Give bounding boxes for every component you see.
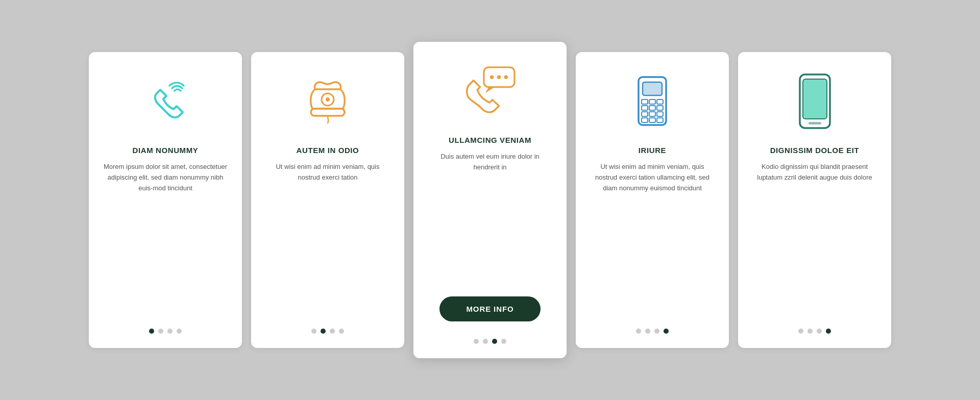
card-4: IRIURE Ut wisi enim ad minim veniam, qui… bbox=[576, 52, 729, 348]
dot bbox=[149, 329, 154, 334]
dot bbox=[483, 339, 488, 344]
card-3: ULLAMCING VENIAM Duis autem vel eum iriu… bbox=[413, 42, 567, 358]
card-5-title: DIGNISSIM DOLOE EIT bbox=[770, 146, 860, 155]
svg-rect-20 bbox=[649, 118, 655, 122]
dot bbox=[177, 329, 182, 334]
dot bbox=[474, 339, 479, 344]
dot bbox=[158, 329, 163, 334]
dot bbox=[807, 329, 813, 334]
dot bbox=[826, 329, 831, 334]
svg-point-6 bbox=[504, 76, 508, 79]
svg-point-4 bbox=[490, 76, 494, 79]
more-info-button[interactable]: MORE INFO bbox=[439, 296, 540, 321]
svg-point-5 bbox=[497, 76, 501, 79]
dot bbox=[321, 329, 326, 334]
card-4-text: Ut wisi enim ad minim veniam, quis nostr… bbox=[590, 162, 715, 311]
card-2-title: AUTEM IN ODIO bbox=[297, 146, 359, 155]
card-4-title: IRIURE bbox=[639, 146, 666, 155]
svg-rect-16 bbox=[642, 112, 648, 116]
card-1-dots bbox=[149, 323, 182, 334]
card-1: DIAM NONUMMY Morem ipsum dolor sit amet,… bbox=[89, 52, 242, 348]
svg-rect-15 bbox=[657, 106, 663, 110]
smartphone-icon bbox=[784, 70, 845, 132]
dot bbox=[798, 329, 803, 334]
card-2-dots bbox=[311, 323, 344, 334]
dot bbox=[636, 329, 641, 334]
dot bbox=[645, 329, 650, 334]
dot bbox=[817, 329, 822, 334]
card-3-text: Duis autem vel eum iriure dolor in hendr… bbox=[428, 152, 552, 284]
svg-rect-25 bbox=[808, 122, 821, 124]
dot bbox=[654, 329, 659, 334]
dot bbox=[330, 329, 335, 334]
card-1-title: DIAM NONUMMY bbox=[133, 146, 199, 155]
retro-phone-icon bbox=[297, 70, 358, 132]
svg-rect-11 bbox=[649, 99, 655, 104]
dot bbox=[311, 329, 316, 334]
mobile-keypad-icon bbox=[622, 70, 683, 132]
svg-rect-13 bbox=[642, 106, 648, 110]
card-3-title: ULLAMCING VENIAM bbox=[449, 136, 531, 144]
dot bbox=[339, 329, 344, 334]
svg-point-2 bbox=[326, 97, 330, 102]
cards-container: DIAM NONUMMY Morem ipsum dolor sit amet,… bbox=[89, 42, 891, 358]
card-5-text: Kodio dignissim qui blandit praesent lup… bbox=[752, 162, 877, 311]
phone-ringing-icon bbox=[135, 70, 196, 132]
phone-chat-icon bbox=[459, 60, 521, 121]
svg-rect-8 bbox=[643, 82, 662, 95]
card-4-dots bbox=[636, 323, 669, 334]
svg-rect-17 bbox=[649, 112, 655, 116]
svg-rect-19 bbox=[642, 118, 648, 122]
dot bbox=[167, 329, 173, 334]
svg-rect-14 bbox=[649, 106, 655, 110]
card-3-dots bbox=[474, 334, 506, 344]
svg-rect-18 bbox=[657, 112, 663, 116]
card-1-text: Morem ipsum dolor sit amet, consectetuer… bbox=[103, 162, 228, 311]
card-2-text: Ut wisi enim ad minim veniam, quis nostr… bbox=[265, 162, 390, 311]
svg-rect-21 bbox=[657, 118, 663, 122]
dot bbox=[492, 339, 497, 344]
svg-rect-12 bbox=[657, 99, 663, 104]
dot bbox=[501, 339, 506, 344]
card-5: DIGNISSIM DOLOE EIT Kodio dignissim qui … bbox=[738, 52, 891, 348]
card-2: AUTEM IN ODIO Ut wisi enim ad minim veni… bbox=[251, 52, 404, 348]
svg-rect-10 bbox=[642, 99, 648, 104]
card-5-dots bbox=[798, 323, 831, 334]
svg-rect-23 bbox=[803, 79, 827, 119]
svg-rect-0 bbox=[311, 109, 345, 116]
dot bbox=[664, 329, 669, 334]
